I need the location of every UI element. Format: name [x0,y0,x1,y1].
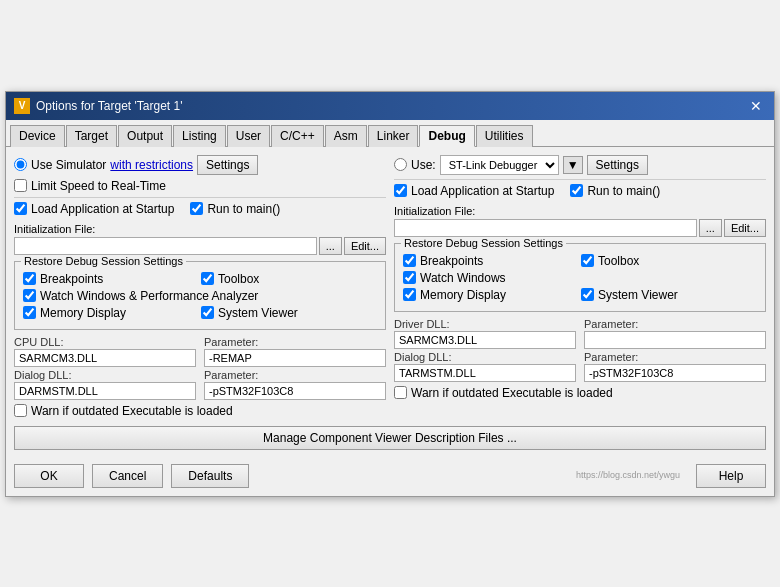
left-breakpoints-label: Breakpoints [40,272,103,286]
left-dialog-dll-col: Dialog DLL: [14,369,196,400]
left-warn-label: Warn if outdated Executable is loaded [31,404,233,418]
right-dialog-param-col: Parameter: [584,351,766,382]
panels-container: Use Simulator with restrictions Settings… [14,155,766,418]
tab-utilities[interactable]: Utilities [476,125,533,147]
left-dialog-param-input[interactable] [204,382,386,400]
left-load-app-check[interactable] [14,202,27,215]
right-dialog-param-input[interactable] [584,364,766,382]
cancel-button[interactable]: Cancel [92,464,163,488]
watermark: https://blog.csdn.net/ywgu [257,464,688,488]
right-memory-check[interactable] [403,288,416,301]
right-load-app-check[interactable] [394,184,407,197]
right-run-to-main-row: Run to main() [570,184,660,198]
tab-output[interactable]: Output [118,125,172,147]
use-simulator-radio[interactable] [14,158,27,171]
title-bar: V Options for Target 'Target 1' ✕ [6,92,774,120]
left-init-input[interactable] [14,237,317,255]
left-run-to-main-label: Run to main() [207,202,280,216]
right-watch-windows-check[interactable] [403,271,416,284]
limit-speed-check[interactable] [14,179,27,192]
right-memory-row: Memory Display [403,288,579,302]
right-breakpoints-label: Breakpoints [420,254,483,268]
right-driver-param-input[interactable] [584,331,766,349]
window-title: Options for Target 'Target 1' [36,99,182,113]
left-dialog-param-col: Parameter: [204,369,386,400]
left-toolbox-row: Toolbox [201,272,377,286]
title-bar-left: V Options for Target 'Target 1' [14,98,182,114]
right-warn-check[interactable] [394,386,407,399]
tab-cpp[interactable]: C/C++ [271,125,324,147]
left-restore-group: Restore Debug Session Settings Breakpoin… [14,261,386,330]
tab-debug[interactable]: Debug [419,125,474,147]
right-dialog-dll-input[interactable] [394,364,576,382]
left-init-row: ... Edit... [14,237,386,255]
right-dialog-dll-col: Dialog DLL: [394,351,576,382]
tab-linker[interactable]: Linker [368,125,419,147]
right-breakpoints-row: Breakpoints [403,254,579,268]
left-warn-check[interactable] [14,404,27,417]
right-driver-dll-col: Driver DLL: [394,318,576,349]
use-debugger-radio[interactable] [394,158,407,171]
left-settings-button[interactable]: Settings [197,155,258,175]
right-panel: Use: ST-Link Debugger ▼ Settings Load Ap… [394,155,766,418]
left-init-file-label: Initialization File: [14,223,386,235]
left-sysviewer-row: System Viewer [201,306,377,320]
left-dialog-dll-row: Dialog DLL: Parameter: [14,369,386,400]
limit-speed-row: Limit Speed to Real-Time [14,179,386,193]
left-browse-button[interactable]: ... [319,237,342,255]
ok-button[interactable]: OK [14,464,84,488]
tab-user[interactable]: User [227,125,270,147]
right-driver-dll-input[interactable] [394,331,576,349]
right-watch-windows-row: Watch Windows [403,271,757,285]
left-cpu-dll-row: CPU DLL: Parameter: [14,336,386,367]
left-sysviewer-check[interactable] [201,306,214,319]
right-dialog-dll-row: Dialog DLL: Parameter: [394,351,766,382]
left-dll-section: CPU DLL: Parameter: Dialog DLL: [14,336,386,400]
left-watch-windows-row: Watch Windows & Performance Analyzer [23,289,377,303]
tab-bar: Device Target Output Listing User C/C++ … [6,120,774,147]
left-run-to-main-check[interactable] [190,202,203,215]
close-button[interactable]: ✕ [746,96,766,116]
left-watch-windows-label: Watch Windows & Performance Analyzer [40,289,258,303]
right-breakpoints-check[interactable] [403,254,416,267]
right-restore-group: Restore Debug Session Settings Breakpoin… [394,243,766,312]
left-watch-windows-check[interactable] [23,289,36,302]
right-toolbox-check[interactable] [581,254,594,267]
right-init-input[interactable] [394,219,697,237]
tab-target[interactable]: Target [66,125,117,147]
tab-listing[interactable]: Listing [173,125,226,147]
debugger-select[interactable]: ST-Link Debugger [440,155,559,175]
main-window: V Options for Target 'Target 1' ✕ Device… [5,91,775,497]
left-restore-label: Restore Debug Session Settings [21,255,186,267]
left-panel: Use Simulator with restrictions Settings… [14,155,386,418]
tab-device[interactable]: Device [10,125,65,147]
right-browse-button[interactable]: ... [699,219,722,237]
left-cpu-param-input[interactable] [204,349,386,367]
right-sysviewer-check[interactable] [581,288,594,301]
defaults-button[interactable]: Defaults [171,464,249,488]
help-button[interactable]: Help [696,464,766,488]
right-warn-row: Warn if outdated Executable is loaded [394,386,766,400]
right-settings-button[interactable]: Settings [587,155,648,175]
right-driver-param-label: Parameter: [584,318,766,330]
right-toolbox-label: Toolbox [598,254,639,268]
left-dialog-dll-input[interactable] [14,382,196,400]
right-run-to-main-check[interactable] [570,184,583,197]
right-driver-param-col: Parameter: [584,318,766,349]
left-dialog-param-label: Parameter: [204,369,386,381]
with-restrictions-link[interactable]: with restrictions [110,158,193,172]
left-dialog-dll-label: Dialog DLL: [14,369,196,381]
left-cpu-dll-input[interactable] [14,349,196,367]
left-edit-button[interactable]: Edit... [344,237,386,255]
right-edit-button[interactable]: Edit... [724,219,766,237]
tab-asm[interactable]: Asm [325,125,367,147]
left-cpu-param-col: Parameter: [204,336,386,367]
left-memory-check[interactable] [23,306,36,319]
right-use-row: Use: ST-Link Debugger ▼ Settings [394,155,766,175]
simulator-row: Use Simulator with restrictions Settings [14,155,386,175]
left-toolbox-check[interactable] [201,272,214,285]
right-dialog-param-label: Parameter: [584,351,766,363]
manage-component-button[interactable]: Manage Component Viewer Description File… [14,426,766,450]
left-breakpoints-check[interactable] [23,272,36,285]
left-memory-label: Memory Display [40,306,126,320]
